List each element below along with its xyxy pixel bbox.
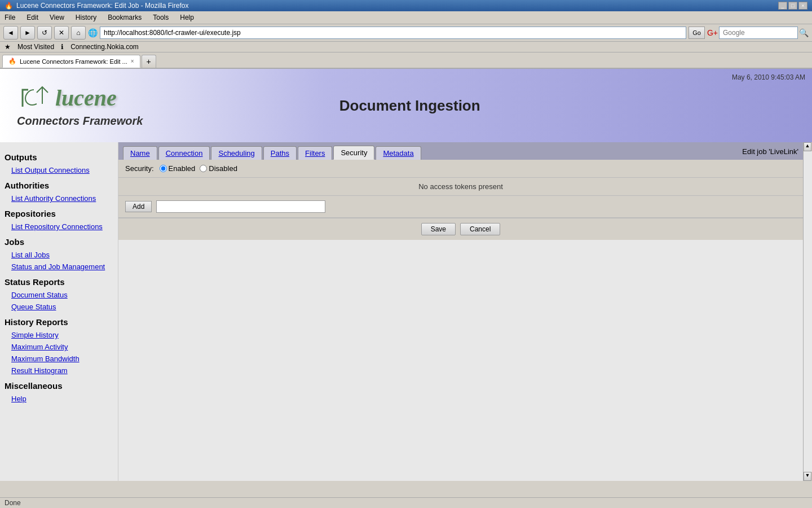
reload-button[interactable]: ↺	[37, 26, 52, 40]
sidebar-link-help[interactable]: Help	[0, 393, 118, 405]
bookmark-most-visited[interactable]: Most Visited	[17, 43, 54, 51]
browser-tab-main[interactable]: 🔥 Lucene Connectors Framework: Edit ... …	[2, 55, 140, 68]
tabs-bar: 🔥 Lucene Connectors Framework: Edit ... …	[0, 52, 812, 69]
menu-bookmarks[interactable]: Bookmarks	[105, 12, 144, 23]
star-icon: ★	[5, 43, 11, 51]
datetime-display: May 6, 2010 9:45:03 AM	[732, 73, 805, 81]
go-button[interactable]: Go	[689, 27, 705, 39]
search-icon[interactable]: 🔍	[799, 28, 809, 37]
content-area: Security: Enabled Disabled No	[118, 160, 803, 240]
scroll-down-button[interactable]: ▼	[804, 472, 811, 481]
menu-edit[interactable]: Edit	[24, 12, 41, 23]
browser-title: Lucene Connectors Framework: Edit Job - …	[16, 2, 188, 10]
token-input[interactable]	[156, 200, 325, 213]
action-buttons-row: Save Cancel	[118, 218, 803, 240]
new-tab-button[interactable]: +	[142, 55, 156, 68]
sidebar-link-list-repository[interactable]: List Repository Connections	[0, 221, 118, 233]
menu-bar: File Edit View History Bookmarks Tools H…	[0, 11, 812, 24]
security-radio-group: Enabled Disabled	[160, 164, 237, 173]
sidebar-link-list-authority[interactable]: List Authority Connections	[0, 192, 118, 204]
search-input[interactable]	[719, 27, 798, 39]
maximize-button[interactable]: □	[788, 2, 797, 10]
address-icon: 🌐	[88, 28, 98, 37]
page-wrapper: May 6, 2010 9:45:03 AM lucene Connectors…	[0, 69, 812, 481]
bookmark-nokia[interactable]: Connecting.Nokia.com	[70, 43, 139, 51]
security-row: Security: Enabled Disabled	[118, 160, 803, 178]
sidebar-section-status-reports[interactable]: Status Reports	[0, 273, 118, 289]
tab-favicon: 🔥	[8, 58, 16, 65]
no-tokens-message: No access tokens present	[118, 178, 803, 196]
tab-metadata[interactable]: Metadata	[376, 146, 421, 160]
sidebar-link-document-status[interactable]: Document Status	[0, 289, 118, 301]
page-title-area: Document Ingestion	[143, 97, 677, 115]
security-enabled-label: Enabled	[169, 164, 196, 173]
sidebar-link-simple-history[interactable]: Simple History	[0, 329, 118, 341]
sidebar-section-repositories[interactable]: Repositories	[0, 204, 118, 221]
info-icon: ℹ	[61, 43, 64, 51]
scroll-track-area[interactable]	[804, 151, 812, 472]
tab-connection[interactable]: Connection	[158, 146, 210, 160]
tab-navigation: Name Connection Scheduling Paths Filters…	[118, 142, 803, 160]
sidebar-link-result-histogram[interactable]: Result Histogram	[0, 365, 118, 376]
sidebar-link-max-activity[interactable]: Maximum Activity	[0, 341, 118, 353]
forward-button[interactable]: ►	[20, 26, 35, 40]
bookmarks-bar: ★ Most Visited ℹ Connecting.Nokia.com	[0, 42, 812, 52]
security-enabled-option[interactable]: Enabled	[160, 164, 196, 173]
browser-toolbar: ◄ ► ↺ ✕ ⌂ 🌐 Go G+ 🔍	[0, 24, 812, 42]
menu-help[interactable]: Help	[178, 12, 196, 23]
logo-area: lucene Connectors Framework	[17, 84, 143, 128]
page-title: Document Ingestion	[339, 97, 480, 114]
menu-history[interactable]: History	[73, 12, 99, 23]
scroll-up-button[interactable]: ▲	[804, 142, 811, 151]
save-button[interactable]: Save	[421, 223, 456, 235]
sidebar: Outputs List Output Connections Authorit…	[0, 142, 118, 481]
sidebar-link-job-management[interactable]: Status and Job Management	[0, 261, 118, 273]
search-engine-icon: G+	[707, 28, 718, 37]
address-input[interactable]	[100, 27, 686, 39]
cancel-button[interactable]: Cancel	[460, 223, 500, 235]
security-disabled-label: Disabled	[209, 164, 237, 173]
add-token-button[interactable]: Add	[125, 201, 152, 212]
tab-filters[interactable]: Filters	[298, 146, 332, 160]
tab-name[interactable]: Name	[123, 146, 157, 160]
minimize-button[interactable]: _	[778, 2, 787, 10]
browser-titlebar: 🔥 Lucene Connectors Framework: Edit Job …	[0, 0, 812, 11]
browser-icon: 🔥	[5, 2, 13, 10]
sidebar-link-list-jobs[interactable]: List all Jobs	[0, 249, 118, 261]
edit-job-label: Edit job 'LiveLink'	[742, 147, 798, 158]
tab-close-button[interactable]: ×	[131, 58, 134, 64]
menu-file[interactable]: File	[2, 12, 17, 23]
security-label: Security:	[125, 164, 154, 173]
tab-security[interactable]: Security	[333, 146, 374, 160]
logo-icon	[17, 84, 51, 112]
add-token-row: Add	[118, 196, 803, 218]
sidebar-section-history-reports[interactable]: History Reports	[0, 313, 118, 329]
sidebar-section-jobs[interactable]: Jobs	[0, 233, 118, 249]
logo-text: lucene	[55, 87, 117, 110]
tab-paths[interactable]: Paths	[263, 146, 297, 160]
sidebar-section-authorities[interactable]: Authorities	[0, 176, 118, 192]
sidebar-link-list-output[interactable]: List Output Connections	[0, 164, 118, 176]
main-panel: Name Connection Scheduling Paths Filters…	[118, 142, 803, 481]
home-button[interactable]: ⌂	[71, 26, 86, 40]
security-enabled-radio[interactable]	[160, 165, 167, 172]
sidebar-section-outputs[interactable]: Outputs	[0, 148, 118, 164]
sidebar-link-max-bandwidth[interactable]: Maximum Bandwidth	[0, 353, 118, 365]
back-button[interactable]: ◄	[3, 26, 18, 40]
page-header: May 6, 2010 9:45:03 AM lucene Connectors…	[0, 69, 812, 142]
sidebar-link-queue-status[interactable]: Queue Status	[0, 301, 118, 313]
close-button[interactable]: ×	[798, 2, 807, 10]
menu-view[interactable]: View	[47, 12, 67, 23]
content-wrapper: Outputs List Output Connections Authorit…	[0, 142, 812, 481]
stop-button[interactable]: ✕	[54, 26, 69, 40]
security-disabled-option[interactable]: Disabled	[200, 164, 237, 173]
tab-label: Lucene Connectors Framework: Edit ...	[20, 58, 127, 65]
logo-subtitle: Connectors Framework	[17, 115, 143, 128]
tab-scheduling[interactable]: Scheduling	[211, 146, 262, 160]
sidebar-section-misc[interactable]: Miscellaneous	[0, 376, 118, 393]
menu-tools[interactable]: Tools	[151, 12, 171, 23]
security-disabled-radio[interactable]	[200, 165, 207, 172]
scrollbar[interactable]: ▲ ▼	[803, 142, 812, 481]
